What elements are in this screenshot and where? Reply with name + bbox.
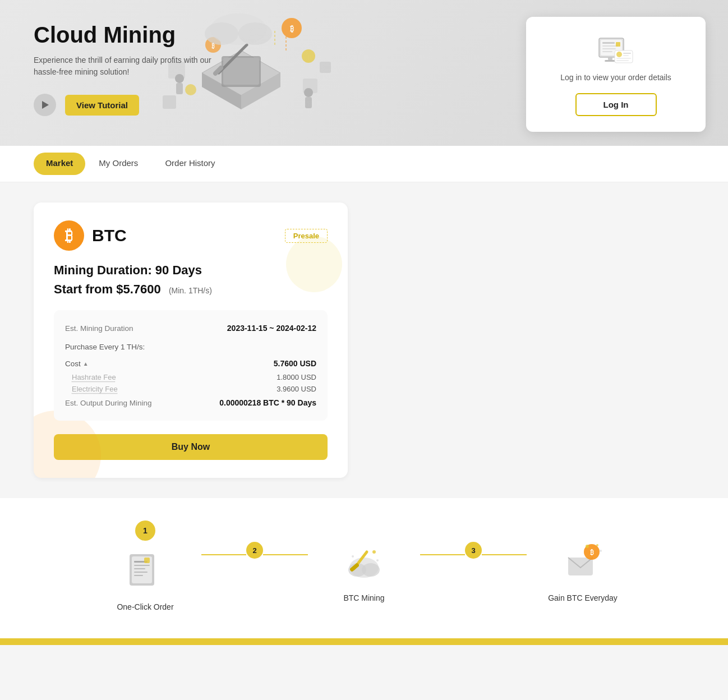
- svg-rect-26: [305, 97, 312, 108]
- svg-text:₿: ₿: [590, 549, 594, 556]
- mining-card: ₿ BTC Presale Mining Duration: 90 Days S…: [34, 202, 348, 478]
- svg-rect-17: [320, 62, 331, 73]
- svg-point-8: [282, 18, 302, 38]
- svg-point-25: [304, 88, 313, 97]
- buy-now-button[interactable]: Buy Now: [54, 434, 328, 460]
- electricity-fee-row: Electricity Fee 3.9600 USD: [65, 383, 316, 395]
- main-content: ₿ BTC Presale Mining Duration: 90 Days S…: [0, 182, 728, 498]
- svg-rect-29: [602, 42, 615, 44]
- est-duration-row: Est. Mining Duration 2023-11-15 ~ 2024-0…: [65, 320, 316, 336]
- svg-point-55: [372, 550, 376, 554]
- step-connector-1: 2: [201, 521, 308, 601]
- tab-market[interactable]: Market: [34, 153, 85, 175]
- svg-point-12: [302, 49, 315, 63]
- svg-point-56: [376, 559, 379, 561]
- electricity-fee-label: Electricity Fee: [72, 385, 118, 393]
- step-2-number: 2: [246, 542, 263, 559]
- cost-label-text: Cost: [65, 360, 81, 368]
- cost-label-group: Cost ▲: [65, 360, 89, 368]
- tabs-navigation: Market My Orders Order History: [0, 146, 728, 182]
- hashrate-fee-label: Hashrate Fee: [72, 373, 116, 381]
- start-price: Start from $5.7600 (Min. 1TH/s): [54, 282, 328, 297]
- purchase-label: Purchase Every 1 TH/s:: [65, 343, 145, 351]
- svg-rect-45: [134, 565, 150, 566]
- hero-title: Cloud Mining: [34, 22, 224, 48]
- svg-marker-3: [241, 73, 280, 109]
- step-2-label: BTC Mining: [343, 593, 384, 602]
- svg-rect-47: [134, 572, 148, 573]
- svg-rect-39: [623, 55, 629, 56]
- svg-rect-40: [616, 58, 631, 59]
- svg-rect-32: [602, 51, 612, 52]
- hashrate-fee-value: 1.8000 USD: [277, 373, 316, 381]
- svg-rect-38: [623, 53, 631, 54]
- hero-subtitle: Experience the thrill of earning daily p…: [34, 54, 224, 78]
- step-3-label: Gain BTC Everyday: [548, 593, 618, 602]
- svg-rect-5: [223, 58, 259, 85]
- bottom-bar: [0, 638, 728, 645]
- step-2: BTC Mining: [308, 521, 420, 602]
- min-note: (Min. 1TH/s): [169, 286, 212, 295]
- steps-section: 1 One-Click Order 2: [0, 498, 728, 638]
- step-3: ₿ Gain BTC Everyday: [527, 521, 639, 602]
- svg-point-63: [600, 550, 602, 552]
- svg-rect-41: [616, 60, 629, 61]
- hero-actions: View Tutorial: [34, 94, 224, 116]
- btc-icon: ₿: [54, 220, 84, 251]
- est-duration-value: 2023-11-15 ~ 2024-02-12: [227, 324, 316, 333]
- login-card-description: Log in to view your order details: [560, 73, 671, 82]
- est-output-row: Est. Output During Mining 0.00000218 BTC…: [65, 395, 316, 411]
- play-button[interactable]: [34, 94, 56, 116]
- est-duration-label: Est. Mining Duration: [65, 324, 133, 333]
- view-tutorial-button[interactable]: View Tutorial: [65, 95, 139, 116]
- svg-marker-0: [42, 101, 49, 109]
- cost-row: Cost ▲ 5.7600 USD: [65, 356, 316, 371]
- presale-badge: Presale: [285, 229, 328, 243]
- login-button[interactable]: Log In: [575, 93, 657, 116]
- step-2-icon-area: [342, 541, 386, 586]
- svg-rect-34: [608, 57, 612, 60]
- svg-rect-33: [616, 42, 620, 47]
- card-header-left: ₿ BTC: [54, 220, 127, 251]
- tab-my-orders[interactable]: My Orders: [85, 146, 151, 182]
- hashrate-fee-row: Hashrate Fee 1.8000 USD: [65, 371, 316, 383]
- svg-text:₿: ₿: [290, 24, 294, 33]
- svg-point-61: [586, 545, 589, 548]
- svg-point-57: [352, 555, 354, 558]
- step-3-icon-area: ₿: [560, 541, 605, 586]
- step-3-number: 3: [465, 542, 482, 559]
- est-output-value: 0.00000218 BTC * 90 Days: [219, 398, 316, 407]
- sort-icon: ▲: [83, 361, 89, 367]
- svg-point-62: [596, 544, 598, 546]
- tab-order-history[interactable]: Order History: [151, 146, 228, 182]
- hero-text-block: Cloud Mining Experience the thrill of ea…: [34, 22, 224, 116]
- price-value: Start from $5.7600: [54, 282, 161, 296]
- step-1: 1 One-Click Order: [89, 521, 201, 611]
- card-header: ₿ BTC Presale: [54, 220, 328, 251]
- hero-section: Cloud Mining Experience the thrill of ea…: [0, 0, 728, 146]
- svg-point-52: [362, 563, 380, 577]
- est-output-label: Est. Output During Mining: [65, 399, 152, 407]
- svg-rect-49: [144, 558, 150, 563]
- svg-rect-46: [134, 568, 145, 569]
- order-icon: [598, 37, 634, 64]
- step-1-number: 1: [135, 521, 155, 541]
- purchase-row: Purchase Every 1 TH/s:: [65, 336, 316, 356]
- svg-rect-31: [602, 48, 616, 49]
- step-1-label: One-Click Order: [117, 602, 173, 611]
- cost-value: 5.7600 USD: [274, 359, 316, 368]
- svg-rect-16: [303, 79, 317, 93]
- svg-rect-35: [605, 60, 616, 62]
- svg-point-37: [616, 52, 622, 57]
- login-card: Log in to view your order details Log In: [526, 17, 706, 132]
- svg-rect-4: [222, 56, 261, 87]
- step-connector-2: 3: [420, 521, 527, 601]
- svg-rect-48: [134, 575, 143, 576]
- step-1-icon-area: [123, 550, 168, 595]
- mining-duration: Mining Duration: 90 Days: [54, 263, 328, 278]
- svg-point-20: [238, 22, 272, 45]
- details-area: Est. Mining Duration 2023-11-15 ~ 2024-0…: [54, 310, 328, 421]
- electricity-fee-value: 3.9600 USD: [277, 385, 316, 393]
- btc-label: BTC: [92, 226, 127, 245]
- svg-rect-30: [602, 45, 618, 47]
